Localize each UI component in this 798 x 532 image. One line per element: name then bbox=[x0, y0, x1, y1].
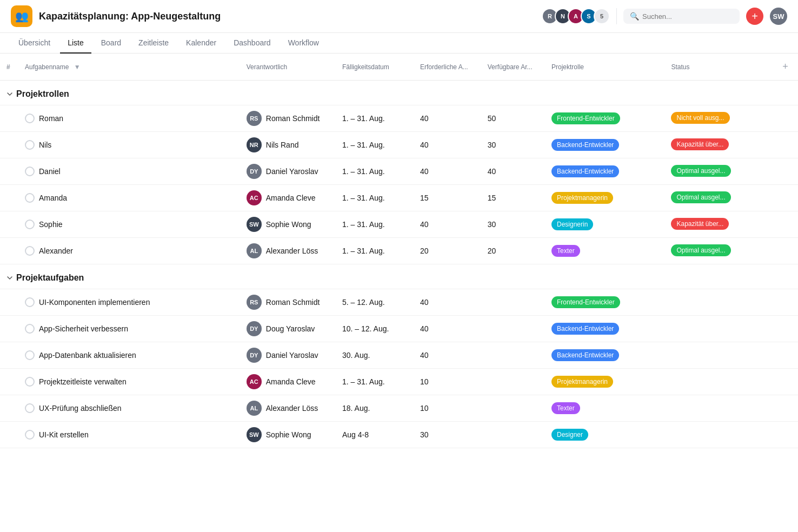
task-cell-col: UI-Komponenten implementieren bbox=[18, 289, 240, 316]
status-badge: Optimal ausgel... bbox=[671, 191, 730, 203]
req-cell: 20 bbox=[414, 238, 481, 264]
task-name: UI-Komponenten implementieren bbox=[39, 298, 150, 307]
tab-dashboard[interactable]: Dashboard bbox=[226, 33, 278, 54]
table-container: # Aufgabenname ▼ Verantwortlich Fälligke… bbox=[0, 54, 798, 448]
task-checkbox[interactable] bbox=[25, 403, 35, 413]
add-button[interactable]: + bbox=[746, 8, 763, 25]
status-badge: Kapazität über... bbox=[671, 138, 729, 150]
task-checkbox[interactable] bbox=[25, 430, 35, 440]
table-row: UX-Prüfung abschließen AL Alexander Löss… bbox=[0, 395, 798, 422]
assignee-avatar: AL bbox=[247, 401, 262, 416]
status-col bbox=[664, 316, 772, 342]
task-checkbox[interactable] bbox=[25, 167, 35, 176]
row-num bbox=[0, 132, 18, 158]
row-add-col bbox=[773, 342, 798, 369]
role-cell: Backend-Entwickler bbox=[545, 132, 665, 158]
status-col: Kapazität über... bbox=[664, 132, 772, 158]
chevron-down-icon bbox=[6, 91, 13, 97]
avail-cell bbox=[481, 369, 545, 395]
tab-liste[interactable]: Liste bbox=[60, 33, 91, 54]
row-num bbox=[0, 211, 18, 238]
role-cell: Backend-Entwickler bbox=[545, 316, 665, 342]
search-input[interactable] bbox=[642, 12, 733, 21]
role-cell: Texter bbox=[545, 395, 665, 422]
req-cell: 30 bbox=[414, 422, 481, 448]
task-checkbox[interactable] bbox=[25, 246, 35, 256]
search-box[interactable]: 🔍 bbox=[623, 9, 740, 24]
assignee-avatar: AC bbox=[247, 374, 262, 389]
col-header-resp: Verantwortlich bbox=[240, 54, 336, 81]
role-badge: Texter bbox=[551, 245, 580, 257]
tab-workflow[interactable]: Workflow bbox=[281, 33, 327, 54]
col-header-task: Aufgabenname ▼ bbox=[18, 54, 240, 81]
task-cell-col: App-Datenbank aktualisieren bbox=[18, 342, 240, 369]
assignee-col: AC Amanda Cleve bbox=[240, 369, 336, 395]
tab-kalender[interactable]: Kalender bbox=[178, 33, 224, 54]
task-checkbox[interactable] bbox=[25, 220, 35, 229]
task-name: Alexander bbox=[39, 247, 73, 255]
tab-ubersicht[interactable]: Übersicht bbox=[11, 33, 58, 54]
task-checkbox[interactable] bbox=[25, 350, 35, 360]
task-checkbox[interactable] bbox=[25, 140, 35, 150]
tab-zeitleiste[interactable]: Zeitleiste bbox=[131, 33, 176, 54]
section-toggle[interactable]: Projektrollen bbox=[6, 89, 69, 99]
role-cell: Frontend-Entwickler bbox=[545, 105, 665, 132]
row-add-col bbox=[773, 211, 798, 238]
role-cell: Designerin bbox=[545, 211, 665, 238]
status-col bbox=[664, 395, 772, 422]
task-checkbox[interactable] bbox=[25, 114, 35, 123]
row-num bbox=[0, 369, 18, 395]
assignee-name: Nils Rand bbox=[266, 141, 299, 149]
assignee-avatar: RS bbox=[247, 111, 262, 126]
date-cell: 10. – 12. Aug. bbox=[336, 316, 414, 342]
req-cell: 40 bbox=[414, 316, 481, 342]
role-badge: Designer bbox=[551, 429, 588, 441]
row-add-col bbox=[773, 132, 798, 158]
date-cell: 5. – 12. Aug. bbox=[336, 289, 414, 316]
req-cell: 40 bbox=[414, 211, 481, 238]
date-cell: 1. – 31. Aug. bbox=[336, 158, 414, 185]
avail-cell: 20 bbox=[481, 238, 545, 264]
task-name: Daniel bbox=[39, 167, 61, 176]
task-checkbox[interactable] bbox=[25, 377, 35, 387]
task-name: UI-Kit erstellen bbox=[39, 430, 89, 439]
assignee-avatar: NR bbox=[247, 137, 262, 152]
status-col: Kapazität über... bbox=[664, 211, 772, 238]
add-column-button[interactable]: + bbox=[780, 59, 790, 75]
date-cell: 1. – 31. Aug. bbox=[336, 105, 414, 132]
role-badge: Texter bbox=[551, 402, 580, 414]
col-header-num: # bbox=[0, 54, 18, 81]
assignee-avatar: SW bbox=[247, 427, 262, 442]
task-name: Nils bbox=[39, 141, 51, 149]
req-cell: 40 bbox=[414, 289, 481, 316]
status-badge: Kapazität über... bbox=[671, 218, 729, 230]
assignee-name: Daniel Yaroslav bbox=[266, 167, 318, 176]
assignee-col: AC Amanda Cleve bbox=[240, 185, 336, 211]
section-header-cell: Projektaufgaben bbox=[0, 264, 798, 289]
avatar-count: 5 bbox=[594, 8, 610, 24]
col-header-req: Erforderliche A... bbox=[414, 54, 481, 81]
role-cell: Frontend-Entwickler bbox=[545, 289, 665, 316]
avail-cell: 15 bbox=[481, 185, 545, 211]
section-toggle[interactable]: Projektaufgaben bbox=[6, 273, 84, 283]
date-cell: 1. – 31. Aug. bbox=[336, 238, 414, 264]
row-num bbox=[0, 238, 18, 264]
task-checkbox[interactable] bbox=[25, 193, 35, 203]
tab-board[interactable]: Board bbox=[94, 33, 129, 54]
assignee-name: Amanda Cleve bbox=[266, 194, 316, 202]
avatars-group: R N A S 5 bbox=[542, 8, 610, 24]
col-header-add: + bbox=[773, 54, 798, 81]
current-user-avatar: SW bbox=[770, 8, 787, 25]
app-icon: 👥 bbox=[11, 5, 32, 27]
role-badge: Projektmanagerin bbox=[551, 376, 613, 388]
row-num bbox=[0, 422, 18, 448]
task-checkbox[interactable] bbox=[25, 324, 35, 334]
task-checkbox[interactable] bbox=[25, 297, 35, 307]
col-header-role: Projektrolle bbox=[545, 54, 665, 81]
assignee-avatar: DY bbox=[247, 321, 262, 336]
table-row: App-Datenbank aktualisieren DY Daniel Ya… bbox=[0, 342, 798, 369]
assignee-name: Sophie Wong bbox=[266, 220, 311, 229]
filter-icon[interactable]: ▼ bbox=[74, 63, 81, 71]
assignee-col: NR Nils Rand bbox=[240, 132, 336, 158]
assignee-avatar: DY bbox=[247, 348, 262, 363]
